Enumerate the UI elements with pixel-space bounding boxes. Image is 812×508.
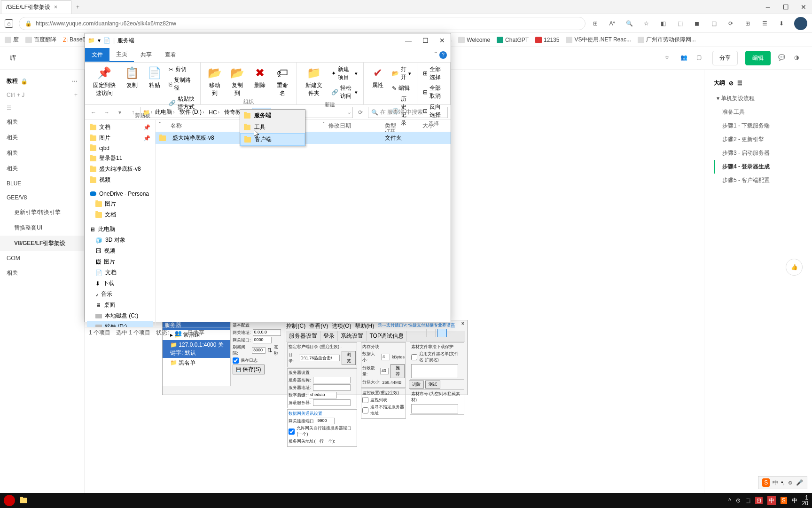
newitem-button[interactable]: ✦新建项目 ▾ [329, 64, 359, 82]
collab-icon[interactable]: 👥 [680, 54, 689, 63]
save-log-checkbox[interactable] [233, 357, 239, 364]
mic-icon[interactable]: 🎤 [796, 479, 803, 486]
blacklist-box[interactable] [411, 364, 458, 378]
nav-item[interactable]: ♪音乐 [87, 289, 153, 300]
sidebar-item[interactable]: 相关 [0, 130, 84, 145]
bookmark-item[interactable]: 广州市劳动保障网... [638, 36, 696, 44]
selectall-button[interactable]: ⊞全部选择 [421, 64, 446, 82]
copyto-button[interactable]: 📂复制到 [227, 64, 248, 98]
ime-mode[interactable]: 中 [773, 479, 778, 487]
moveto-button[interactable]: 📂移动到 [204, 64, 225, 98]
nav-item[interactable]: 🧊3D 对象 [87, 235, 153, 246]
nav-item[interactable]: 盛大纯净底板-v8 [87, 164, 153, 175]
rename-button[interactable]: 🏷重命名 [272, 64, 293, 98]
properties-button[interactable]: ✔属性 [367, 64, 388, 90]
view-large-button[interactable] [437, 329, 447, 337]
serial-box[interactable] [411, 404, 458, 413]
window-close-button[interactable]: ✕ [795, 0, 812, 14]
tray-ime-icon[interactable]: 中 [767, 496, 776, 505]
explorer-search-input[interactable]: 🔍 在 服务端 中搜索 [368, 107, 448, 118]
nav-item[interactable]: 📄文档 [87, 267, 153, 278]
browse-button[interactable]: 浏览 [342, 351, 356, 365]
text-size-icon[interactable]: Aᴬ [608, 19, 617, 28]
breadcrumb-segment[interactable]: 此电脑› [153, 108, 176, 116]
addr-checkbox[interactable] [362, 407, 368, 413]
more-icon[interactable]: ◑ [794, 54, 803, 63]
toc-item[interactable]: 步骤2 - 更新引擎 [714, 133, 803, 146]
file-icon[interactable]: 📄 [103, 37, 110, 44]
file-list[interactable]: ˇ 名称 ˆ 修改日期 类型 大小 盛大纯净底板-v8 文件夹 [156, 120, 451, 327]
test-button[interactable]: 测试 [425, 381, 440, 389]
nav-pane[interactable]: 文档📌 图片📌 cjbd 登录器11 盛大纯净底板-v8 视频 OneDrive… [85, 120, 156, 327]
downloads-icon[interactable]: ⬇ [777, 19, 786, 28]
collections-icon[interactable]: ⊞ [743, 19, 752, 28]
column-size[interactable]: 大小 [419, 122, 447, 130]
blacklist-checkbox[interactable] [411, 354, 417, 360]
copy-button[interactable]: 📋复制 [122, 64, 142, 90]
nav-item[interactable]: ⬇下载 [87, 278, 153, 289]
refresh-input[interactable]: 3000 [252, 347, 265, 354]
sidebar-item[interactable]: 替换整套UI [0, 220, 84, 236]
nav-item[interactable]: 文档📌 [87, 122, 153, 133]
toc-item[interactable]: ▾ 单机架设流程 [714, 92, 803, 105]
config-tree-item[interactable]: 📁 黑名单 [163, 358, 230, 368]
nav-item[interactable]: 视频 [87, 175, 153, 185]
edit-button[interactable]: ✎编辑 [390, 83, 413, 93]
eye-off-icon[interactable]: ⊘ [729, 80, 734, 87]
browser-tab[interactable]: /GEE/LF引擎架设 × [1, 0, 71, 14]
align-icon[interactable]: ☰ [737, 80, 742, 87]
sidebar-item[interactable]: 相关 [0, 161, 84, 176]
breadcrumb-dropdown[interactable]: ⌵ [348, 110, 351, 115]
dropdown-item[interactable]: 服务端 [240, 110, 305, 121]
nav-item[interactable]: 文档 [87, 209, 153, 220]
tray-time[interactable]: 1 20 [802, 495, 808, 506]
ribbon-tab-view[interactable]: 查看 [158, 48, 183, 62]
window-minimize-button[interactable]: — [759, 0, 776, 14]
window-maximize-button[interactable]: ☐ [777, 0, 794, 14]
ext4-icon[interactable]: ◫ [710, 19, 718, 28]
toc-item[interactable]: 步骤1 - 下载服务端 [714, 119, 803, 133]
add-icon[interactable]: + [74, 92, 78, 98]
nav-item[interactable]: 图片📌 [87, 133, 153, 143]
ext2-icon[interactable]: ⬚ [676, 19, 684, 28]
help-icon[interactable]: ? [439, 51, 447, 59]
explorer-titlebar[interactable]: 📁 ▾ 📄 | 服务端 — ☐ ✕ [85, 33, 451, 48]
edit-button[interactable]: 编辑 [745, 51, 771, 65]
easyaccess-button[interactable]: 🔗轻松访问 ▾ [329, 83, 359, 101]
share-button[interactable]: 分享 [712, 51, 738, 65]
column-date[interactable]: 修改日期 [325, 122, 381, 130]
recommend-button[interactable]: 推荐 [390, 364, 405, 378]
nav-item[interactable]: 🖥桌面 [87, 300, 153, 310]
taskbar-explorer-icon[interactable] [15, 494, 32, 507]
bookmark-item[interactable]: 12135 [535, 37, 559, 43]
nav-item[interactable]: 图片 [87, 198, 153, 209]
new-tab-button[interactable]: + [71, 4, 84, 10]
ext1-icon[interactable]: ◧ [659, 19, 667, 28]
bookmark-item[interactable]: 度 [5, 36, 19, 44]
sidebar-item[interactable]: GEE/V8 [0, 190, 84, 205]
cut-button[interactable]: ✂剪切 [167, 64, 196, 74]
sidebar-item[interactable]: BLUE [0, 176, 84, 190]
forward-button[interactable]: → [101, 107, 112, 118]
mon-checkbox[interactable] [362, 397, 368, 403]
sidebar-item[interactable]: 相关 [0, 114, 84, 130]
explorer-close-button[interactable]: ✕ [434, 33, 451, 48]
paste-button[interactable]: 📄粘贴 [144, 64, 165, 90]
bookmark-item[interactable]: ChatGPT [497, 37, 529, 43]
sidebar-item[interactable]: 相关 [0, 145, 84, 161]
sidebar-item[interactable]: 更新引擎/转换引擎 [0, 205, 84, 220]
newfolder-button[interactable]: 📁新建文件夹 [301, 64, 328, 98]
config-tree-item-selected[interactable]: 📁 127.0.0.1:4000 关键字: 默认 [163, 340, 230, 358]
repo-name[interactable]: I库 [9, 54, 16, 62]
back-button[interactable]: ← [88, 107, 99, 118]
pin-button[interactable]: 📌固定到快速访问 [89, 64, 120, 98]
nav-item[interactable]: 🎞视频 [87, 246, 153, 256]
gw-conn-input[interactable]: 9900 [316, 418, 335, 424]
present-icon[interactable]: ▢ [696, 54, 705, 63]
bookmark-item[interactable]: Welcome [458, 37, 490, 43]
tray-icon[interactable]: ⊙ [736, 497, 741, 504]
sidebar-item[interactable]: GOM [0, 251, 84, 265]
toc-item-active[interactable]: 步骤4 - 登录器生成 [714, 160, 803, 174]
explorer-max-button[interactable]: ☐ [417, 33, 434, 48]
emoji-icon[interactable]: ☺ [788, 479, 793, 486]
